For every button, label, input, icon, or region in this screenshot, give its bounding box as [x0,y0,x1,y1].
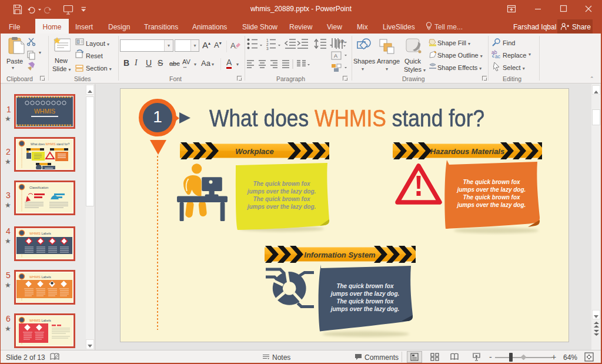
svg-text:WHMIS: WHMIS [34,108,55,115]
svg-text:Information System: Information System [304,251,376,259]
svg-text:What does WHMIS stand for?: What does WHMIS stand for? [31,142,69,146]
svg-text:WHMIS Labels: WHMIS Labels [29,275,51,279]
svg-text:WHMIS Labels: WHMIS Labels [29,319,51,322]
svg-text:Workplace: Workplace [235,147,274,156]
svg-text:A: A [230,41,236,50]
svg-text:ac: ac [495,54,501,59]
svg-text:WHMIS Labels: WHMIS Labels [29,232,51,235]
svg-text:Classification: Classification [29,186,48,189]
svg-text:A: A [334,53,337,59]
svg-text:A: A [339,39,343,45]
svg-text:Hazardous Materials: Hazardous Materials [430,147,504,156]
svg-text:3: 3 [266,46,269,51]
svg-text:2: 2 [266,42,269,46]
